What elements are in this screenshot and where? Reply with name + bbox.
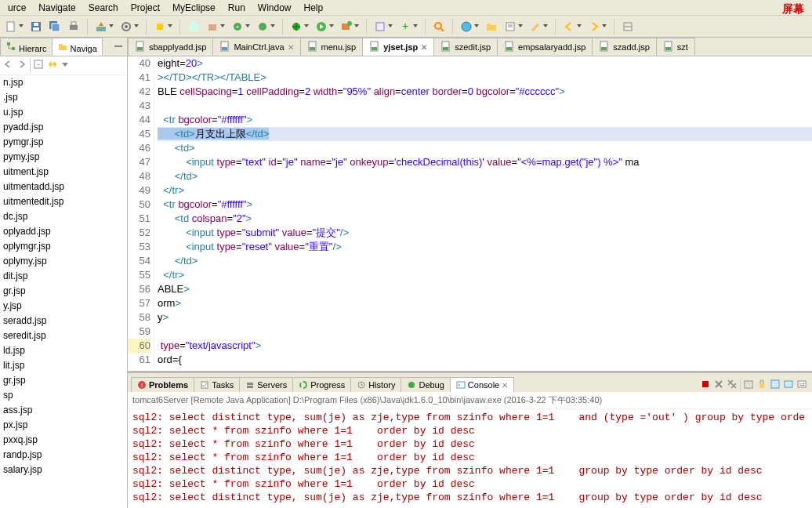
menu-item[interactable]: Run — [222, 1, 252, 15]
svg-rect-45 — [601, 47, 607, 50]
jsp-file-icon — [663, 41, 674, 53]
menu-item[interactable]: Window — [252, 1, 298, 15]
folder-button[interactable] — [484, 19, 499, 34]
file-item[interactable]: seradd.jsp — [2, 314, 127, 328]
menu-item[interactable]: MyEclipse — [166, 1, 222, 15]
external-button[interactable] — [339, 19, 361, 34]
file-item[interactable]: sp — [2, 388, 127, 403]
file-list[interactable]: n.jsp.jspu.jsppyadd.jsppymgr.jsppymy.jsp… — [0, 75, 127, 508]
sidebar-tab-hierarchy[interactable]: Hierarc — [0, 38, 53, 56]
search-button[interactable] — [431, 19, 447, 34]
code-editor[interactable]: 4041424344454647484950515253545556575859… — [128, 56, 812, 371]
editor-tab[interactable]: MainCtrl.java✕ — [212, 38, 300, 56]
file-item[interactable]: lit.jsp — [2, 358, 127, 373]
menu-item[interactable]: Help — [298, 1, 330, 15]
file-item[interactable]: randp.jsp — [2, 448, 127, 463]
bottom-tab-history[interactable]: History — [350, 377, 401, 392]
remove-all-icon[interactable] — [727, 379, 738, 392]
link-editor-icon[interactable] — [46, 58, 59, 73]
editor-tab[interactable]: szedit.jsp — [433, 38, 498, 56]
scroll-lock-icon[interactable] — [756, 379, 767, 392]
new-button[interactable] — [3, 19, 25, 34]
save-button[interactable] — [28, 19, 44, 34]
file-item[interactable]: u.jsp — [2, 105, 127, 120]
annotate-button[interactable] — [502, 19, 524, 34]
bottom-tab-problems[interactable]: !Problems — [131, 377, 194, 392]
file-item[interactable]: oplyadd.jsp — [2, 224, 127, 239]
file-item[interactable]: oplymy.jsp — [2, 254, 127, 269]
editor-tab[interactable]: szadd.jsp — [592, 38, 656, 56]
display-console-icon[interactable] — [783, 379, 794, 392]
forward-sync-icon[interactable] — [16, 58, 28, 73]
bottom-tab-console[interactable]: Console✕ — [450, 377, 514, 392]
menu-item[interactable]: Navigate — [32, 1, 82, 15]
editor-tab[interactable]: sbapplyadd.jsp — [128, 38, 213, 56]
browser-button[interactable] — [459, 19, 480, 34]
close-icon[interactable]: ✕ — [288, 43, 294, 52]
file-item[interactable]: seredit.jsp — [2, 328, 127, 343]
file-item[interactable]: pxxq.jsp — [2, 433, 127, 448]
open-console-icon[interactable]: ▭ — [796, 379, 807, 392]
file-item[interactable]: uitmentedit.jsp — [2, 194, 127, 209]
forward-button[interactable] — [586, 19, 608, 34]
menu-item[interactable]: Search — [82, 1, 125, 15]
close-icon[interactable]: ✕ — [421, 43, 427, 52]
file-item[interactable]: pymy.jsp — [2, 150, 127, 165]
file-item[interactable]: pymgr.jsp — [2, 135, 127, 150]
file-item[interactable]: n.jsp — [2, 75, 127, 90]
file-item[interactable]: px.jsp — [2, 418, 127, 433]
file-item[interactable]: uitment.jsp — [2, 165, 127, 180]
save-all-button[interactable] — [47, 19, 63, 34]
terminate-icon[interactable] — [700, 379, 711, 392]
plus-button[interactable]: + — [397, 19, 419, 34]
pin-console-icon[interactable] — [770, 379, 781, 392]
collapse-all-icon[interactable]: - — [32, 58, 45, 73]
editor-tab[interactable]: empsalaryadd.jsp — [497, 38, 593, 56]
edit-button[interactable] — [527, 19, 549, 34]
collapse-button[interactable] — [620, 19, 636, 34]
file-item[interactable]: ass.jsp — [2, 403, 127, 418]
bottom-tab-debug[interactable]: Debug — [401, 377, 450, 392]
generate-button[interactable] — [372, 19, 394, 34]
debug-button[interactable] — [288, 19, 310, 34]
wizard-button[interactable] — [152, 19, 174, 34]
editor-tab[interactable]: menu.jsp — [300, 38, 364, 56]
sidebar-minimize-icon[interactable] — [110, 39, 127, 56]
config-button[interactable] — [118, 19, 140, 34]
file-item[interactable]: pyadd.jsp — [2, 120, 127, 135]
console-output[interactable]: sql2: select distinct type, sum(je) as z… — [128, 409, 812, 508]
file-item[interactable]: dc.jsp — [2, 209, 127, 224]
remove-launch-icon[interactable] — [713, 379, 724, 392]
package-button[interactable] — [205, 19, 227, 34]
jsp-file-icon — [440, 41, 451, 53]
run-button[interactable] — [314, 19, 335, 34]
file-item[interactable]: ld.jsp — [2, 343, 127, 358]
close-icon[interactable]: ✕ — [502, 381, 508, 390]
file-item[interactable]: gr.jsp — [2, 373, 127, 388]
clear-console-icon[interactable] — [743, 379, 754, 392]
file-item[interactable]: salary.jsp — [2, 463, 127, 477]
deploy-button[interactable] — [93, 19, 115, 34]
view-menu-icon[interactable] — [60, 58, 70, 73]
file-item[interactable]: oplymgr.jsp — [2, 239, 127, 254]
back-sync-icon[interactable] — [2, 58, 14, 73]
new-class-button[interactable] — [255, 19, 277, 34]
new-java-button[interactable]: + — [230, 19, 252, 34]
menu-item[interactable]: urce — [2, 1, 32, 15]
bottom-tab-progress[interactable]: Progress — [292, 377, 351, 392]
file-item[interactable]: dit.jsp — [2, 269, 127, 284]
file-item[interactable]: uitmentadd.jsp — [2, 180, 127, 194]
file-item[interactable]: .jsp — [2, 90, 127, 105]
svg-point-55 — [408, 382, 415, 388]
editor-tab[interactable]: szt — [656, 38, 695, 56]
file-item[interactable]: y.jsp — [2, 299, 127, 314]
bottom-tab-tasks[interactable]: Tasks — [194, 377, 240, 392]
file-item[interactable]: gr.jsp — [2, 284, 127, 299]
print-button[interactable] — [66, 19, 82, 34]
menu-item[interactable]: Project — [125, 1, 166, 15]
bottom-tab-servers[interactable]: Servers — [239, 377, 293, 392]
sidebar-tab-navigator[interactable]: Naviga — [52, 38, 103, 56]
back-button[interactable] — [561, 19, 583, 34]
open-type-button[interactable] — [186, 19, 201, 34]
editor-tab[interactable]: yjset.jsp✕ — [362, 38, 434, 56]
